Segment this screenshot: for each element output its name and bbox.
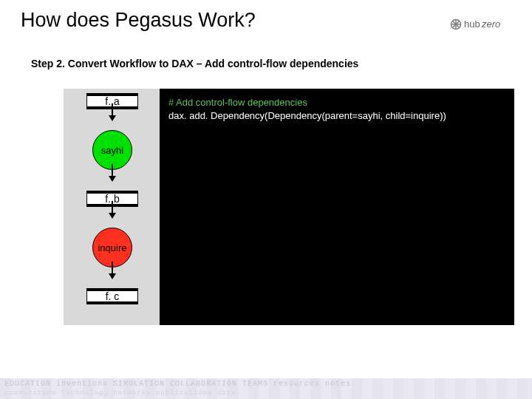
arrow-icon: [72, 170, 153, 191]
workflow-column: f. a sayhi f. b inquire f. c: [72, 93, 153, 304]
file-fc: f. c: [86, 288, 138, 304]
footer-strip: EDUCATION inventions SIMULATION COLLABOR…: [0, 378, 532, 399]
footer-words-2: communities technology networks publicat…: [0, 389, 532, 397]
code-comment: # Add control-flow dependencies: [168, 96, 505, 109]
footer-words-1: EDUCATION inventions SIMULATION COLLABOR…: [0, 378, 532, 389]
code-panel: # Add control-flow dependencies dax. add…: [160, 89, 514, 325]
svg-text:zero: zero: [481, 18, 500, 30]
page-title: How does Pegasus Work?: [21, 9, 256, 32]
hubzero-logo: hub zero: [449, 16, 513, 35]
slide: How does Pegasus Work? hub zero Step 2. …: [0, 0, 532, 399]
logo-text: hub: [464, 18, 480, 30]
step-heading: Step 2. Convert Workflow to DAX – Add co…: [31, 58, 358, 69]
arrow-icon: [72, 267, 153, 288]
code-statement: dax. add. Dependency(Dependency(parent=s…: [168, 109, 505, 123]
arrow-icon: [72, 207, 153, 228]
arrow-icon: [72, 109, 153, 130]
